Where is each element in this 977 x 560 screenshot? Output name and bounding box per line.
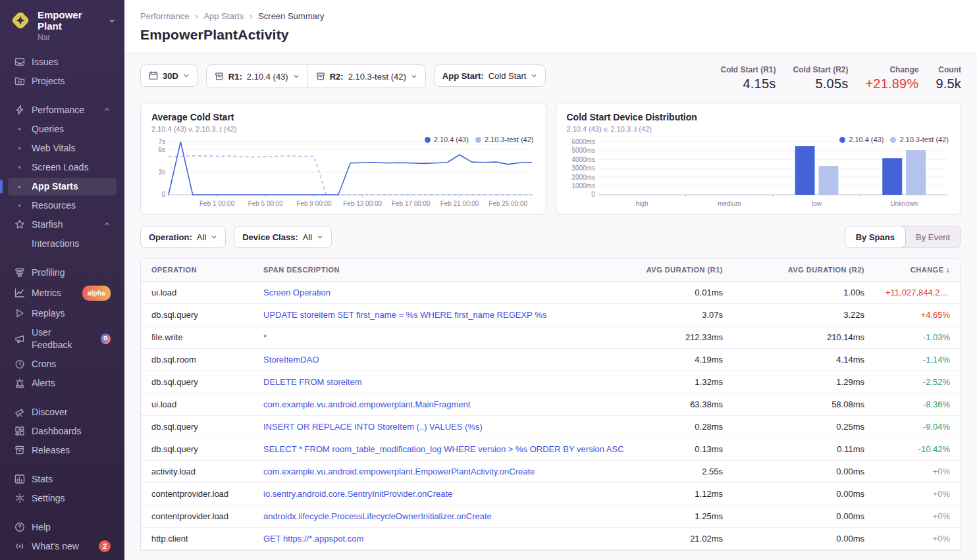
toggle-option-by-spans[interactable]: By Spans — [845, 226, 906, 248]
release-r2-filter[interactable]: R2: 2.10.3-test (42) — [308, 65, 425, 88]
sidebar-item-starfish[interactable]: Starfish — [8, 216, 117, 234]
sidebar-item-interactions[interactable]: Interactions — [8, 235, 117, 253]
average-cold-start-card: Average Cold Start 2.10.4 (43) v. 2.10.3… — [140, 103, 546, 215]
sidebar-item-dashboards[interactable]: Dashboards — [8, 422, 117, 440]
change-cell: +0% — [875, 528, 961, 549]
sidebar-item-what-s-new[interactable]: What's new2 — [8, 538, 117, 555]
change-cell: +4.65% — [875, 304, 961, 326]
legend-dot-icon — [890, 137, 896, 143]
bullet-icon: • — [14, 199, 25, 212]
column-header-operation[interactable]: OPERATION — [141, 259, 253, 280]
sidebar-item-user-feedback[interactable]: User FeedbackB — [8, 324, 117, 354]
sidebar-item-settings[interactable]: Settings — [8, 490, 117, 507]
sidebar-item-releases[interactable]: Releases — [8, 442, 117, 459]
table-body: ui.loadScreen Operation0.01ms1.00s+11,02… — [141, 282, 961, 550]
sidebar-item-stats[interactable]: Stats — [8, 471, 117, 488]
sidebar-item-issues[interactable]: Issues — [8, 53, 117, 71]
operation-cell: contentprovider.load — [141, 505, 253, 527]
column-header-span-description[interactable]: SPAN DESCRIPTION — [253, 259, 635, 280]
span-description-link[interactable]: GET https://*.appspot.com — [253, 528, 635, 549]
column-header-avg-duration-r1-[interactable]: AVG DURATION (R1) — [635, 259, 733, 280]
span-description-link[interactable]: * — [253, 326, 635, 348]
span-description-link[interactable]: INSERT OR REPLACE INTO StoreItem (..) VA… — [253, 416, 635, 438]
replays-icon — [14, 308, 25, 319]
sidebar-item-label: Help — [32, 521, 51, 534]
alerts-icon — [14, 378, 25, 389]
sidebar-section: ProfilingMetricsalphaReplaysUser Feedbac… — [8, 263, 117, 393]
table-row: http.clientGET https://*.appspot.com21.0… — [141, 528, 961, 550]
operation-filter[interactable]: Operation: All — [140, 226, 226, 248]
page-header: Performance›App Starts›Screen Summary Em… — [124, 0, 977, 53]
sidebar-item-alerts[interactable]: Alerts — [8, 374, 117, 392]
org-logo-icon — [9, 9, 32, 32]
change-cell: -1.03% — [875, 326, 961, 348]
avg-duration-r1-cell: 1.25ms — [635, 505, 733, 527]
stat-cold-start-r1-: Cold Start (R1)4.15s — [720, 65, 776, 91]
device-class-filter[interactable]: Device Class: All — [234, 226, 332, 248]
chevron-down-icon — [109, 17, 115, 24]
span-description-link[interactable]: io.sentry.android.core.SentryInitProvide… — [253, 483, 635, 505]
date-range-filter[interactable]: 30D — [140, 64, 198, 87]
issues-icon — [14, 57, 25, 68]
sidebar-item-metrics[interactable]: Metricsalpha — [8, 283, 117, 303]
span-description-link[interactable]: StoreItemDAO — [253, 349, 635, 370]
sidebar-item-crons[interactable]: Crons — [8, 355, 117, 373]
breadcrumb-separator-icon: › — [250, 12, 252, 21]
span-description-link[interactable]: UPDATE storeitem SET first_name = %s WHE… — [253, 304, 635, 326]
sidebar-item-label: Crons — [32, 358, 56, 370]
svg-text:Feb 13 00:00: Feb 13 00:00 — [343, 200, 382, 207]
svg-text:Feb 9 00:00: Feb 9 00:00 — [296, 200, 332, 207]
sidebar-item-resources[interactable]: •Resources — [8, 197, 117, 215]
column-header-avg-duration-r2-[interactable]: AVG DURATION (R2) — [733, 259, 875, 280]
span-description-link[interactable]: com.example.vu.android.empowerplant.Main… — [253, 394, 635, 415]
sidebar-item-label: Dashboards — [32, 425, 82, 438]
operation-cell: ui.load — [141, 282, 253, 303]
app-start-filter[interactable]: App Start: Cold Start — [434, 64, 546, 87]
sidebar-item-help[interactable]: Help — [8, 519, 117, 536]
table-row: db.sql.queryINSERT OR REPLACE INTO Store… — [141, 416, 961, 438]
dashboards-icon — [14, 426, 25, 437]
span-description-link[interactable]: com.example.vu.android.empowerplant.Empo… — [253, 461, 635, 482]
span-description-link[interactable]: androidx.lifecycle.ProcessLifecycleOwner… — [253, 505, 635, 527]
sidebar-item-queries[interactable]: •Queries — [8, 120, 117, 138]
sidebar-item-replays[interactable]: Replays — [8, 305, 117, 322]
span-description-link[interactable]: Screen Operation — [253, 282, 635, 303]
legend-item[interactable]: 2.10.3-test (42) — [890, 136, 949, 143]
sidebar-nav: IssuesProjectsPerformance•Queries•Web Vi… — [8, 53, 117, 518]
sidebar-item-profiling[interactable]: Profiling — [8, 264, 117, 282]
breadcrumb-item-performance[interactable]: Performance — [140, 11, 189, 21]
sidebar-item-app-starts[interactable]: •App Starts — [8, 178, 117, 195]
legend-item[interactable]: 2.10.4 (43) — [839, 136, 884, 143]
change-cell: +0% — [875, 483, 961, 505]
legend-item[interactable]: 2.10.3-test (42) — [475, 136, 534, 143]
operation-prefix: Operation: — [149, 232, 192, 242]
avg-duration-r1-cell: 212.33ms — [635, 326, 733, 348]
sidebar-item-projects[interactable]: Projects — [8, 72, 117, 90]
sidebar-item-web-vitals[interactable]: •Web Vitals — [8, 140, 117, 157]
legend-item[interactable]: 2.10.4 (43) — [425, 136, 469, 143]
span-description-link[interactable]: SELECT * FROM room_table_modification_lo… — [253, 438, 635, 460]
svg-text:0: 0 — [591, 191, 595, 198]
stats-icon — [14, 474, 25, 485]
sidebar-item-screen-loads[interactable]: •Screen Loads — [8, 159, 117, 176]
org-switcher[interactable]: Empower Plant Nar — [8, 8, 117, 42]
svg-text:0: 0 — [161, 191, 165, 198]
breadcrumb-item-screen-summary: Screen Summary — [258, 11, 324, 21]
spans-table: OPERATIONSPAN DESCRIPTIONAVG DURATION (R… — [140, 258, 961, 551]
breadcrumb-item-app-starts[interactable]: App Starts — [203, 11, 244, 21]
sidebar-item-label: Alerts — [32, 377, 55, 390]
sidebar-item-performance[interactable]: Performance — [8, 101, 117, 119]
release-r1-filter[interactable]: R1: 2.10.4 (43) — [207, 65, 308, 88]
span-description-link[interactable]: DELETE FROM storeitem — [253, 371, 635, 393]
device-class-prefix: Device Class: — [242, 232, 298, 242]
avg-duration-r1-cell: 1.12ms — [635, 483, 733, 505]
discover-icon — [14, 407, 25, 418]
device-distribution-card: Cold Start Device Distribution 2.10.4 (4… — [556, 103, 962, 215]
sidebar-item-discover[interactable]: Discover — [8, 403, 117, 421]
performance-icon — [14, 105, 25, 116]
count-badge: 2 — [99, 540, 111, 552]
column-header-change[interactable]: CHANGE↓ — [875, 259, 961, 281]
line-chart: 7s6s3s0Feb 1 00:00Feb 5 00:00Feb 9 00:00… — [151, 134, 535, 209]
toggle-option-by-event[interactable]: By Event — [905, 226, 961, 247]
release-r2-value: 2.10.3-test (42) — [348, 72, 406, 82]
